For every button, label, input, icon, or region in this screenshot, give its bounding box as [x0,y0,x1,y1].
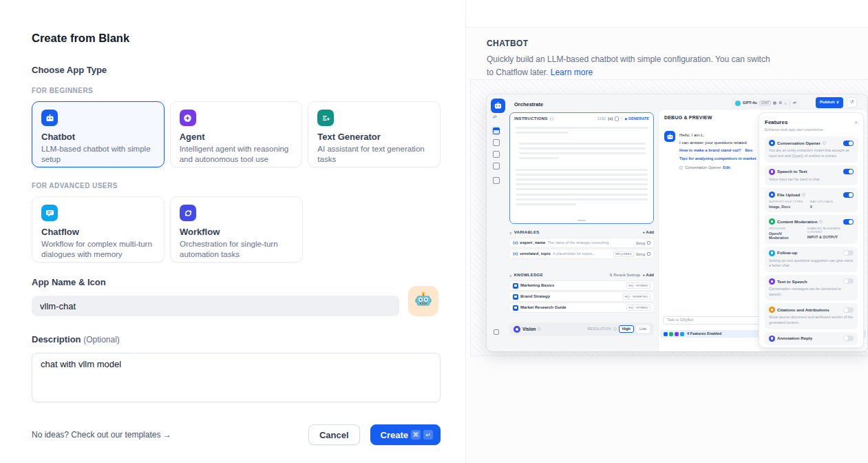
skeleton-line [516,127,648,129]
feature-meta-col: SUPPORT FILE TYPESImage, Docs [769,200,803,209]
feature-meta-col: MAX UPLOADS3 [810,200,833,209]
app-name-input[interactable] [32,296,399,316]
feature-meta-col: PROVIDEROpenAI Moderation [769,227,801,240]
modal-title: Create from Blank [32,32,441,45]
sidebar-preview-icon [491,138,500,147]
conversation-opener-icon [769,140,775,146]
feature-meta-value: 3 [810,205,833,209]
app-preview-screenshot: ⇄ Orchestrate GPT-4o CHAT ⚙ ∨ ⇄ Publish [487,94,867,351]
feature-meta-value: Image, Docs [769,205,803,209]
cmd-key-icon: ⌘ [411,430,421,440]
dataset-icon [513,294,518,300]
variable-x-icon: {x} [513,240,518,245]
knowledge-name: Market Research Guide [520,305,567,310]
choose-app-type-label: Choose App Type [32,65,441,75]
conversation-opener-row: Conversation Opener Edit [679,165,762,170]
add-knowledge-button: + Add [642,273,654,278]
knowledge-row: Market Research GuideHQ · HYBRID [509,303,654,312]
bot-avatar-icon [664,131,675,142]
feature-meta: PROVIDEROpenAI ModerationENABLED MODERAT… [769,227,854,240]
mock-app-title: Orchestrate [514,101,543,107]
learn-more-link[interactable]: Learn more [551,68,593,77]
content-moderation-icon [769,218,775,225]
card-row: ChatbotLLM-based chatbot with simple set… [32,101,441,167]
retrieval-tag: HQ · HYBRID [626,282,650,288]
app-type-card-workflow[interactable]: WorkflowOrchestration for single-turn au… [170,196,303,263]
app-type-card-chatbot[interactable]: ChatbotLLM-based chatbot with simple set… [32,101,165,167]
feature-title-row: Content Moderation [769,218,854,225]
compare-icon: ⇄ [793,101,796,105]
suggested-question: Tips for analyzing competitors in market [679,156,762,161]
app-type-group: FOR ADVANCED USERSChatflowWorkflow for c… [32,182,441,263]
content-moderation-feature: Content ModerationPROVIDEROpenAI Moderat… [765,215,858,243]
model-name: GPT-4o [743,101,757,105]
info-icon [802,193,805,196]
card-row: ChatflowWorkflow for complex multi-turn … [32,196,441,263]
info-icon [819,220,823,223]
templates-link[interactable]: No ideas? Check out our templates → [32,430,171,440]
feature-title-row: Citations and Attributions [769,307,854,313]
modal-footer: No ideas? Check out our templates → Canc… [32,424,441,445]
card-title: Chatbot [41,132,155,142]
speech-to-text-icon [769,169,775,175]
knowledge-header: ∨ KNOWLEDGE ⇅ Rerank Settings + Add [509,273,654,278]
description-textarea[interactable]: chat with vllm model [32,353,441,402]
chatbot-heading: CHATBOT [487,39,847,48]
variable-row: {x}expert_nameThe name of the strategic … [509,238,654,247]
resolution-high-button: High [619,325,634,333]
feature-title: File Upload [777,192,800,197]
app-icon-picker[interactable] [408,286,438,316]
text-generator-icon [317,110,334,126]
create-button[interactable]: Create ⌘ ↵ [370,424,441,445]
feature-title: Citations and Attributions [777,307,829,312]
conversation-opener-feature: Conversation OpenerYou are an entity ext… [765,136,858,162]
chatflow-icon [41,205,58,221]
app-type-card-agent[interactable]: AgentIntelligent agent with reasoning an… [170,101,303,167]
feature-title: Conversation Opener [777,141,821,145]
dataset-icon [513,283,518,289]
feature-toggle [843,219,854,225]
gear-icon: ⚙ [779,101,782,105]
instructions-header: INSTRUCTIONS 2182 {x} ◆GENERATE [510,113,653,123]
required-badge: REQUIRED [613,251,634,256]
feature-badge-icon [675,332,679,336]
enter-key-icon: ↵ [423,430,433,440]
group-label: FOR BEGINNERS [32,87,441,94]
vision-row: Vision RESOLUTION High Low [509,322,654,336]
app-type-card-chatflow[interactable]: ChatflowWorkflow for complex multi-turn … [32,196,165,263]
card-desc: LLM-based chatbot with simple setup [41,144,155,165]
variable-name: expert_name [520,240,545,245]
chevron-down-icon: ∨ [784,101,787,105]
model-chat-tag: CHAT [759,101,771,105]
feature-badge-icon [680,332,684,336]
description-optional-hint: (Optional) [83,335,120,344]
annotation-reply-icon [769,336,775,342]
follow-up-icon [769,250,775,256]
app-type-card-text-generator[interactable]: Text GeneratorAI assistant for text gene… [308,101,441,167]
variable-row: {x}unrelated_topicA placeholder for topi… [509,249,654,258]
cancel-button[interactable]: Cancel [308,424,360,445]
robot-emoji-icon [414,291,432,311]
card-desc: AI assistant for text generation tasks [317,144,431,165]
annotation-reply-feature: Annotation Reply [765,332,858,345]
rerank-settings-button: ⇅ Rerank Settings [609,273,640,278]
preview-pane: CHATBOT Quickly build an LLM-based chatb… [465,0,868,463]
chevron-down-icon: ∨ [509,231,512,235]
info-icon [538,327,541,331]
feature-badge-icon [669,332,673,336]
feature-desc: Show source document and attributed sect… [769,315,854,325]
sparkle-icon: ◆ [624,117,626,121]
chatbot-description: Quickly build an LLM-based chatbot with … [487,53,772,79]
skeleton-line [516,194,648,196]
feature-toggle [843,141,854,146]
info-icon [550,117,553,121]
feature-meta-value: INPUT & OUTPUT [807,235,854,239]
info-icon [613,327,617,331]
feature-title: Follow-up [777,250,797,255]
chatbot-info: CHATBOT Quickly build an LLM-based chatb… [466,28,868,79]
feature-badge-icons [664,332,684,336]
close-icon: × [854,119,858,126]
feature-title: Text to Speech [777,279,807,284]
skeleton-line [516,174,648,176]
skeleton-line [516,198,648,200]
